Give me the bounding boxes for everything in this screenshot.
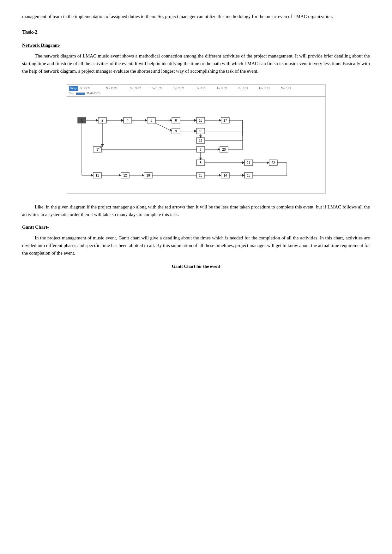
node-5-label: 5 <box>150 119 152 122</box>
node-9-label: 9 <box>175 129 177 133</box>
node-7-label: 7 <box>200 148 202 151</box>
date2: Nov 13,'22 <box>106 87 117 91</box>
node-17-label: 17 <box>223 119 227 122</box>
network-diagram: Today Oct 25,'22 Nov 13,'22 Dec 23,'22 D… <box>67 84 326 193</box>
start-label: Start <box>69 92 74 96</box>
node-10-label: 10 <box>199 129 202 133</box>
node-8-label: 8 <box>200 161 202 165</box>
node-12-label: 12 <box>123 174 127 177</box>
node-22-label: 22 <box>271 161 275 165</box>
network-svg-area: 1 2 4 5 6 16 <box>67 97 325 193</box>
date10: Mar 5,'23 <box>281 87 291 91</box>
start-date: Thu10/13/21 <box>87 92 100 96</box>
node-20-label: 20 <box>222 148 226 151</box>
date6: Jan 8,'23 <box>196 87 205 91</box>
timeline-labels: Today Oct 25,'22 Nov 13,'22 Dec 23,'22 D… <box>69 86 323 91</box>
node-18-label: 18 <box>146 174 150 177</box>
date9: Feb 19,'23 <box>259 87 269 91</box>
node-3-label: 3 <box>96 148 98 151</box>
gantt-chart-heading: Gantt Chart- <box>22 223 370 231</box>
node-13-label: 13 <box>199 174 202 177</box>
node-16-label: 16 <box>199 119 202 122</box>
node-21-label: 21 <box>247 161 250 165</box>
today-label: Today <box>69 86 78 91</box>
node-1-label: 1 <box>81 119 83 122</box>
date1: Oct 25,'22 <box>80 87 90 91</box>
network-paragraph2: Like, in the given diagram if the projec… <box>22 203 370 218</box>
network-paragraph1: The network diagram of LMAC music event … <box>22 52 370 75</box>
task2-heading: Task-2 <box>22 28 370 36</box>
line-to-3 <box>98 147 102 149</box>
node-15-label: 15 <box>247 174 250 177</box>
node-11-label: 11 <box>95 174 99 177</box>
start-bar <box>76 93 85 95</box>
date4: Dec 11,'22 <box>151 87 162 91</box>
node-2-label: 2 <box>101 119 103 122</box>
date5: Oct 25,'22 <box>173 87 184 91</box>
network-diagram-svg: 1 2 4 5 6 16 <box>72 100 322 188</box>
date3: Dec 23,'22 <box>130 87 141 91</box>
network-diagram-heading: Network Diagram- <box>22 41 370 49</box>
date7: Jan 22,'23 <box>217 87 227 91</box>
node-19-label: 19 <box>199 139 202 142</box>
date8: Feb 5,'23 <box>238 87 248 91</box>
intro-paragraph: management of team in the implementation… <box>22 13 370 20</box>
node-4-label: 4 <box>127 119 129 122</box>
node-14-label: 14 <box>223 174 227 177</box>
gantt-chart-caption: Gantt Chart for the event <box>22 263 370 270</box>
timeline-header: Today Oct 25,'22 Nov 13,'22 Dec 23,'22 D… <box>67 85 325 96</box>
arrow-5-9 <box>155 123 172 131</box>
node-6-label: 6 <box>175 119 177 122</box>
gantt-paragraph: In the project management of music event… <box>22 234 370 257</box>
